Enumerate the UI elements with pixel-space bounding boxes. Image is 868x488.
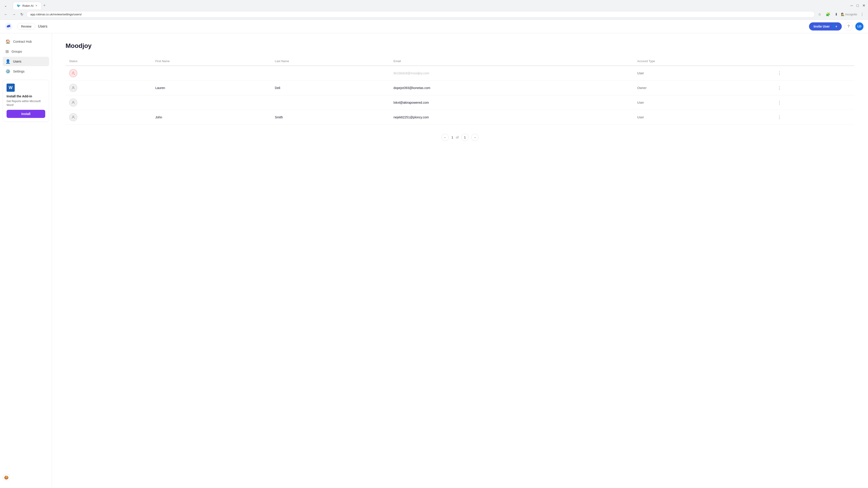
more-options-btn-0[interactable]: ⋮ <box>776 70 783 76</box>
col-actions <box>772 57 855 66</box>
table-row: 8e1bbdc8@moodjoy.comUser⋮ <box>66 66 855 80</box>
sidebar-item-users[interactable]: 👤 Users <box>3 57 49 66</box>
table-row: lxkvt@akirapowered.comUser⋮ <box>66 95 855 110</box>
app-logo <box>4 22 13 31</box>
cell-email: nejek62251@ploncy.com <box>390 110 633 125</box>
close-btn[interactable]: ✕ <box>862 3 865 8</box>
cell-account-type: User <box>633 95 772 110</box>
cell-last-name: Deli <box>271 80 390 95</box>
review-nav-btn[interactable]: Review <box>17 23 35 30</box>
incognito-label: 🕵 Incognito <box>841 13 857 16</box>
browser-tab-active[interactable]: 🐦 Robin AI ✕ <box>13 2 41 9</box>
sidebar-bottom: 🍪 <box>0 471 52 484</box>
pagination: ← 1 of 1 → <box>66 134 855 141</box>
word-letter: W <box>9 86 13 90</box>
menu-btn[interactable]: ⋮ <box>859 11 865 18</box>
col-status: Status <box>66 57 152 66</box>
cell-actions: ⋮ <box>772 110 855 125</box>
cell-first-name <box>152 95 271 110</box>
total-pages: 1 <box>461 134 469 141</box>
reload-btn[interactable]: ↻ <box>19 11 25 18</box>
cell-last-name <box>271 66 390 80</box>
tab-dropdown-btn[interactable]: ⌄ <box>3 2 8 8</box>
contract-hub-icon: 🏠 <box>5 39 10 44</box>
content-area: Moodjoy Status First Name Last Name Emai… <box>52 33 868 487</box>
bookmark-btn[interactable]: ☆ <box>817 11 823 18</box>
settings-icon: ⚙️ <box>5 69 10 74</box>
cell-account-type: User <box>633 110 772 125</box>
tab-label: Robin AI <box>22 4 33 7</box>
cell-email: 8e1bbdc8@moodjoy.com <box>390 66 633 80</box>
cell-account-type: User <box>633 66 772 80</box>
col-first-name: First Name <box>152 57 271 66</box>
cell-status <box>66 66 152 80</box>
cookie-icon: 🍪 <box>4 475 8 480</box>
addin-title: Install the Add-in <box>6 94 45 98</box>
forward-btn[interactable]: → <box>11 11 17 18</box>
svg-point-4 <box>72 101 74 103</box>
cell-first-name <box>152 66 271 80</box>
col-email: Email <box>390 57 633 66</box>
addin-description: Get Reports within Microsoft Word! <box>6 99 45 107</box>
minimize-btn[interactable]: ─ <box>850 3 853 8</box>
page-title: Users <box>38 24 48 29</box>
header-actions: Invite User 👤+ ? LD <box>809 22 864 31</box>
more-options-btn-1[interactable]: ⋮ <box>776 85 783 91</box>
user-avatar <box>69 84 77 92</box>
sidebar-label-groups: Groups <box>11 50 22 53</box>
col-account-type: Account Type <box>633 57 772 66</box>
current-page: 1 <box>452 135 453 139</box>
logo-icon <box>4 22 13 31</box>
more-options-btn-2[interactable]: ⋮ <box>776 99 783 106</box>
cell-status <box>66 80 152 95</box>
word-icon: W <box>6 84 15 92</box>
cell-actions: ⋮ <box>772 95 855 110</box>
help-btn[interactable]: ? <box>844 22 852 31</box>
sidebar-item-settings[interactable]: ⚙️ Settings <box>3 67 49 76</box>
users-icon: 👤 <box>5 59 10 64</box>
app-container: Review Users Invite User 👤+ ? LD 🏠 Contr… <box>0 20 868 487</box>
svg-point-3 <box>72 87 74 88</box>
next-page-btn[interactable]: → <box>471 134 478 141</box>
cell-actions: ⋮ <box>772 80 855 95</box>
invite-user-btn[interactable]: Invite User 👤+ <box>809 22 842 31</box>
cell-email: dopejot393@konetas.com <box>390 80 633 95</box>
table-header: Status First Name Last Name Email Accoun… <box>66 57 855 66</box>
more-options-btn-3[interactable]: ⋮ <box>776 114 783 121</box>
help-icon: ? <box>848 24 850 29</box>
extensions-btn[interactable]: 🧩 <box>825 11 832 18</box>
back-btn[interactable]: ← <box>3 11 9 18</box>
maximize-btn[interactable]: □ <box>857 3 859 8</box>
browser-chrome: ⌄ 🐦 Robin AI ✕ + ─ □ ✕ ← → ↻ app.robinai… <box>0 0 868 20</box>
tab-close-btn[interactable]: ✕ <box>35 4 37 7</box>
cookie-settings-btn[interactable]: 🍪 <box>3 474 10 481</box>
new-tab-btn[interactable]: + <box>41 2 48 9</box>
sidebar-item-groups[interactable]: ⊞ Groups <box>3 47 49 56</box>
download-btn[interactable]: ⬇ <box>833 11 839 18</box>
groups-icon: ⊞ <box>5 49 9 54</box>
sidebar: 🏠 Contract Hub ⊞ Groups 👤 Users ⚙️ Setti… <box>0 33 52 487</box>
users-table: Status First Name Last Name Email Accoun… <box>66 57 855 125</box>
cell-account-type: Owner <box>633 80 772 95</box>
table-row: JohnSmithnejek62251@ploncy.comUser⋮ <box>66 110 855 125</box>
table-row: LaurenDelidopejot393@konetas.comOwner⋮ <box>66 80 855 95</box>
cell-status <box>66 95 152 110</box>
browser-toolbar: ← → ↻ app.robinai.co.uk/review/settings/… <box>0 9 868 20</box>
svg-point-2 <box>72 72 74 73</box>
app-header: Review Users Invite User 👤+ ? LD <box>0 20 868 33</box>
header-nav: Review <box>17 23 35 30</box>
prev-page-btn[interactable]: ← <box>441 134 449 141</box>
cell-last-name <box>271 95 390 110</box>
sidebar-label-settings: Settings <box>13 70 25 73</box>
invite-btn-label: Invite User <box>813 25 830 28</box>
addin-install-btn[interactable]: Install <box>6 110 45 118</box>
user-avatar-btn[interactable]: LD <box>855 22 864 31</box>
user-avatar <box>69 69 77 77</box>
address-bar[interactable]: app.robinai.co.uk/review/settings/users/ <box>26 11 815 18</box>
sidebar-label-users: Users <box>13 60 22 63</box>
users-tbody: 8e1bbdc8@moodjoy.comUser⋮LaurenDelidopej… <box>66 66 855 125</box>
col-last-name: Last Name <box>271 57 390 66</box>
sidebar-item-contract-hub[interactable]: 🏠 Contract Hub <box>3 37 49 46</box>
main-layout: 🏠 Contract Hub ⊞ Groups 👤 Users ⚙️ Setti… <box>0 33 868 487</box>
sidebar-nav: 🏠 Contract Hub ⊞ Groups 👤 Users ⚙️ Setti… <box>0 37 52 76</box>
